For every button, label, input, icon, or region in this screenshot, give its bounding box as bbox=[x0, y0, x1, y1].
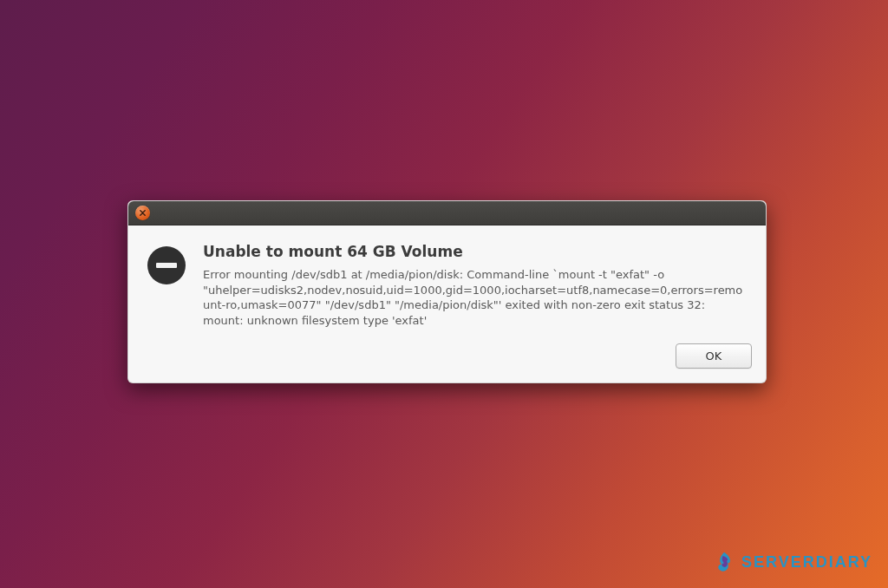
dialog-content: Unable to mount 64 GB Volume Error mount… bbox=[203, 243, 748, 328]
dialog-titlebar bbox=[128, 201, 766, 225]
close-button[interactable] bbox=[135, 206, 150, 220]
error-dialog: Unable to mount 64 GB Volume Error mount… bbox=[127, 200, 767, 383]
dialog-body: Unable to mount 64 GB Volume Error mount… bbox=[128, 225, 766, 343]
ok-button[interactable]: OK bbox=[676, 343, 752, 369]
dialog-actions: OK bbox=[128, 343, 766, 382]
close-icon bbox=[139, 209, 147, 217]
error-icon bbox=[146, 245, 187, 286]
watermark: SERVERDIARY bbox=[712, 550, 872, 574]
dialog-title: Unable to mount 64 GB Volume bbox=[203, 243, 748, 260]
watermark-text: SERVERDIARY bbox=[741, 553, 872, 572]
dialog-message: Error mounting /dev/sdb1 at /media/pion/… bbox=[203, 267, 748, 328]
svg-rect-1 bbox=[156, 263, 177, 268]
watermark-logo-icon bbox=[712, 550, 736, 574]
